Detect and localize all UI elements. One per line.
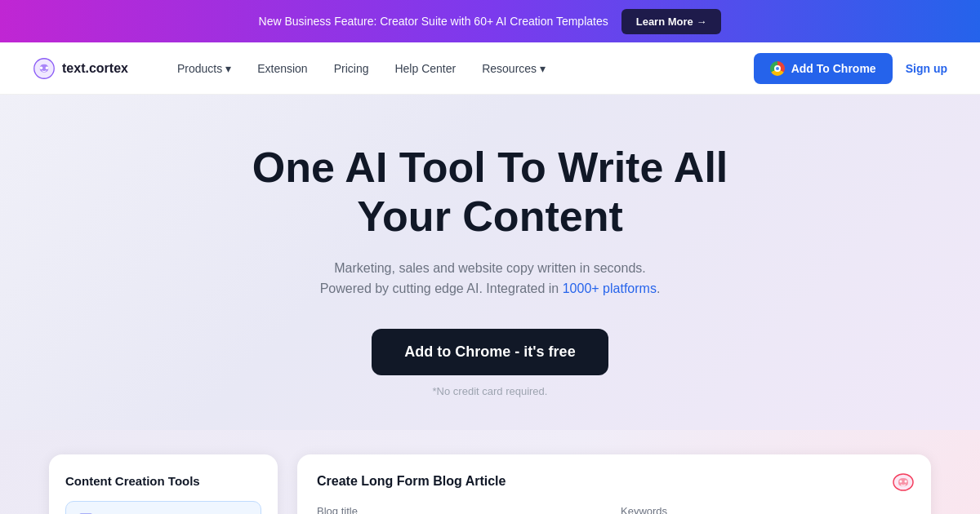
chrome-inner-circle (774, 65, 781, 72)
nav-extension[interactable]: Extension (257, 62, 307, 75)
signup-button[interactable]: Sign up (906, 62, 947, 75)
learn-more-button[interactable]: Learn More → (621, 9, 722, 34)
tools-card: Content Creation Tools Blog Article (49, 454, 278, 514)
add-to-chrome-button[interactable]: Add To Chrome (754, 53, 893, 84)
form-row: Blog title How Content Increases Traffic… (317, 505, 911, 514)
hero-subtitle: Marketing, sales and website copy writte… (16, 258, 964, 299)
nav-links: Products ▾ Extension Pricing Help Center… (177, 62, 754, 75)
blog-article-icon (76, 510, 96, 514)
chevron-down-icon-2: ▾ (540, 62, 546, 75)
hero-section: One AI Tool To Write All Your Content Ma… (0, 95, 980, 430)
nav-right: Add To Chrome Sign up (754, 53, 947, 84)
nav-resources[interactable]: Resources ▾ (482, 62, 546, 75)
svg-point-1 (40, 66, 43, 69)
hero-cta-button[interactable]: Add to Chrome - it's free (372, 329, 608, 375)
nav-help-center[interactable]: Help Center (394, 62, 456, 75)
blog-title-label: Blog title (317, 505, 608, 514)
blog-article-card: Create Long Form Blog Article Blog title… (297, 454, 931, 514)
tools-card-title: Content Creation Tools (65, 474, 261, 488)
nav-products[interactable]: Products ▾ (177, 62, 231, 75)
svg-point-17 (900, 480, 902, 482)
chrome-icon (770, 61, 785, 76)
keywords-label: Keywords (621, 505, 911, 514)
brain-icon (892, 471, 915, 498)
svg-point-18 (905, 480, 907, 482)
tool-item-blog[interactable]: Blog Article (65, 501, 261, 514)
svg-point-2 (46, 66, 49, 69)
blog-title-group: Blog title How Content Increases Traffic… (317, 505, 608, 514)
nav-pricing[interactable]: Pricing (334, 62, 369, 75)
logo-icon (33, 57, 56, 80)
top-banner: New Business Feature: Creator Suite with… (0, 0, 980, 42)
navbar: text.cortex Products ▾ Extension Pricing… (0, 42, 980, 95)
hero-title: One AI Tool To Write All Your Content (16, 144, 964, 241)
banner-text: New Business Feature: Creator Suite with… (259, 15, 608, 28)
cards-section: Content Creation Tools Blog Article (0, 430, 980, 514)
no-credit-card-text: *No credit card required. (16, 385, 964, 397)
chevron-down-icon: ▾ (225, 62, 231, 75)
logo[interactable]: text.cortex (33, 57, 128, 80)
logo-text: text.cortex (62, 61, 128, 76)
blog-card-title: Create Long Form Blog Article (317, 474, 911, 489)
keywords-group: Keywords Hint: Type and press enter (621, 505, 911, 514)
